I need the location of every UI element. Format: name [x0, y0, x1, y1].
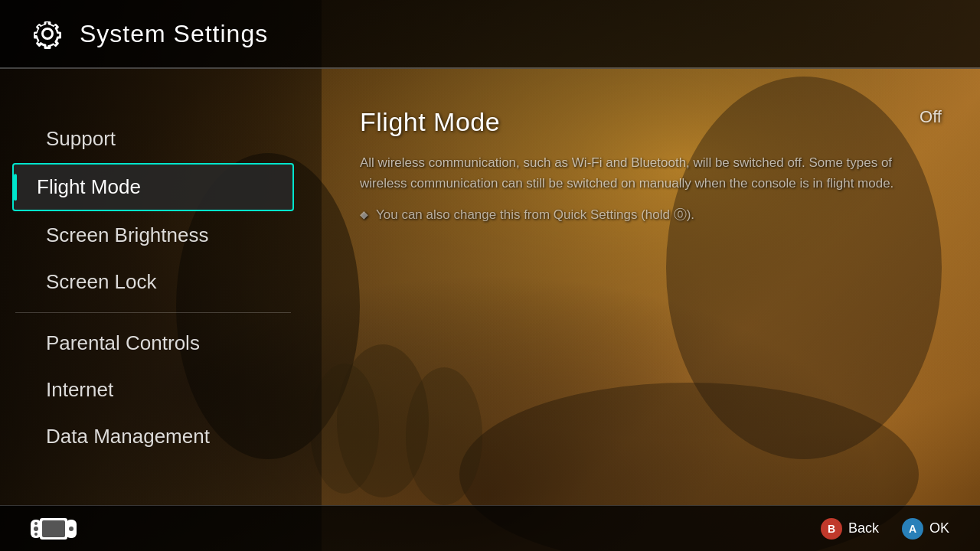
content-status: Off: [920, 107, 942, 127]
sidebar-item-data-management[interactable]: Data Management: [15, 414, 291, 459]
footer-buttons: B Back A OK: [821, 518, 949, 540]
svg-point-12: [34, 527, 38, 531]
main-content: Flight Mode Off All wireless communicati…: [322, 69, 980, 505]
sidebar-item-flight-mode[interactable]: Flight Mode: [12, 163, 294, 211]
content-title: Flight Mode: [360, 107, 500, 137]
content-header: Flight Mode Off: [360, 107, 942, 137]
ok-label: OK: [929, 520, 949, 536]
svg-point-15: [34, 533, 38, 536]
page-title: System Settings: [80, 20, 268, 48]
settings-gear-icon: [31, 17, 64, 51]
svg-point-14: [34, 522, 38, 525]
ok-button[interactable]: A OK: [902, 518, 949, 540]
content-description: All wireless communication, such as Wi-F…: [360, 152, 896, 194]
header: System Settings: [0, 0, 980, 69]
sidebar-item-screen-lock[interactable]: Screen Lock: [15, 259, 291, 305]
console-icon-area: [31, 517, 77, 541]
sidebar-divider-1: [15, 312, 291, 313]
svg-rect-11: [42, 520, 65, 537]
content-tip: ◆ You can also change this from Quick Se…: [360, 206, 942, 223]
a-button-icon: A: [902, 518, 923, 540]
back-button[interactable]: B Back: [821, 518, 879, 540]
sidebar-item-parental-controls[interactable]: Parental Controls: [15, 321, 291, 366]
sidebar-item-support[interactable]: Support: [15, 116, 291, 161]
back-label: Back: [848, 520, 879, 536]
sidebar-item-internet[interactable]: Internet: [15, 367, 291, 412]
tip-text: You can also change this from Quick Sett…: [376, 206, 694, 223]
svg-point-13: [69, 527, 74, 531]
sidebar: Support Flight Mode Screen Brightness Sc…: [0, 69, 306, 505]
sidebar-item-screen-brightness[interactable]: Screen Brightness: [15, 213, 291, 258]
footer: B Back A OK: [0, 505, 980, 551]
tip-diamond-icon: ◆: [360, 208, 368, 220]
b-button-icon: B: [821, 518, 842, 540]
console-icon: [31, 517, 77, 541]
